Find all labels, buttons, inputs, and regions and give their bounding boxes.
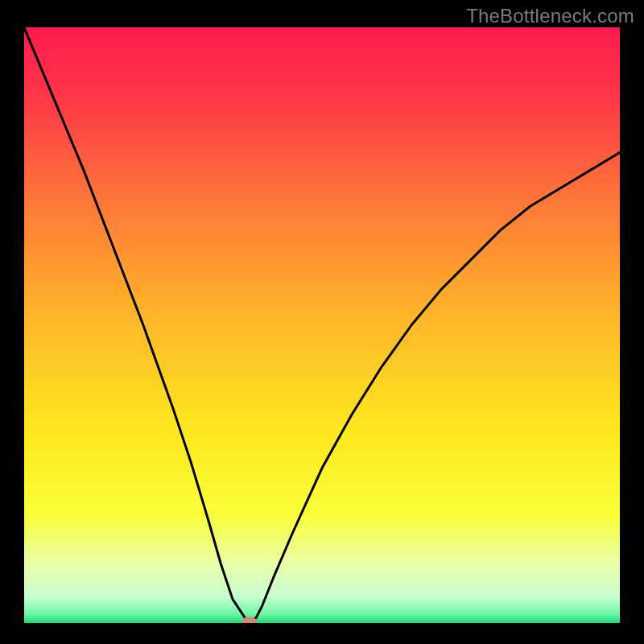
- gradient-background: [24, 27, 620, 623]
- bottleneck-chart: [24, 27, 620, 623]
- chart-container: TheBottleneck.com: [0, 0, 644, 644]
- plot-area: [24, 27, 620, 623]
- watermark-text: TheBottleneck.com: [466, 5, 634, 27]
- minimum-marker: [242, 617, 257, 623]
